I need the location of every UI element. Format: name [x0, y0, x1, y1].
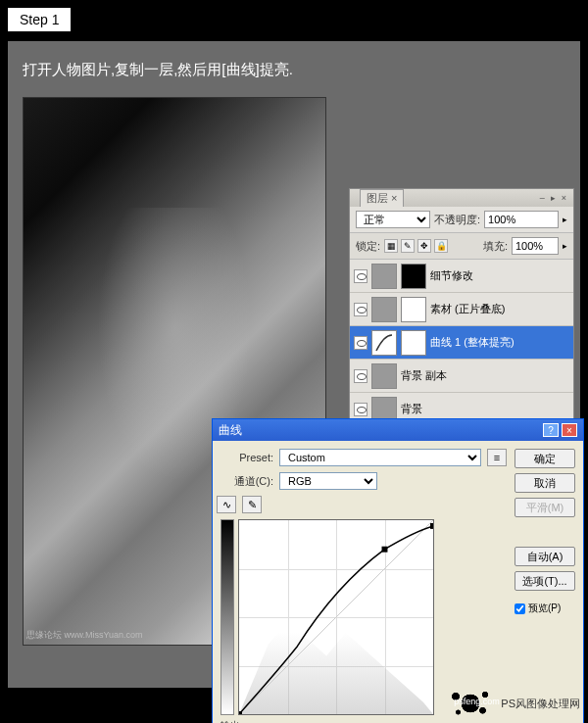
layers-panel-titlebar[interactable]: 图层 × – ▸ ×: [350, 189, 573, 207]
channel-select[interactable]: RGB: [279, 472, 377, 490]
output-label: 输出:: [220, 719, 243, 723]
layer-name[interactable]: 背景: [401, 402, 569, 416]
options-button[interactable]: 选项(T)...: [514, 571, 575, 591]
layer-name[interactable]: 曲线 1 (整体提亮): [430, 335, 569, 350]
visibility-icon[interactable]: [354, 336, 368, 350]
tutorial-area: 打开人物图片,复制一层,然后用[曲线]提亮. 思缘论坛 www.MissYuan…: [8, 41, 580, 688]
curves-dialog: 曲线 ? × Preset: Custom ≡ 通道(C): RGB ∿ ✎: [212, 418, 584, 723]
layers-tab[interactable]: 图层 ×: [360, 189, 404, 207]
visibility-icon[interactable]: [354, 369, 368, 383]
lock-position-icon[interactable]: ✥: [417, 239, 431, 253]
fill-input[interactable]: [512, 237, 559, 255]
layer-thumb[interactable]: [371, 297, 397, 322]
fill-arrow-icon[interactable]: ▸: [563, 241, 567, 251]
preset-menu-icon[interactable]: ≡: [487, 449, 507, 466]
preset-label: Preset:: [220, 452, 273, 463]
cancel-button[interactable]: 取消: [514, 473, 575, 493]
svg-rect-3: [430, 523, 433, 529]
visibility-icon[interactable]: [354, 403, 368, 416]
visibility-icon[interactable]: [354, 303, 368, 316]
photo-watermark: 思缘论坛 www.MissYuan.com: [26, 629, 143, 642]
curve-graph[interactable]: [238, 519, 434, 715]
layer-row[interactable]: 素材 (正片叠底): [350, 293, 573, 326]
visibility-icon[interactable]: [354, 269, 368, 283]
layer-mask[interactable]: [401, 297, 426, 322]
svg-rect-2: [382, 547, 388, 553]
panel-menu-icon[interactable]: ▸: [551, 193, 556, 203]
curves-adjustment-icon[interactable]: [371, 330, 397, 356]
opacity-label: 不透明度:: [434, 213, 480, 227]
auto-button[interactable]: 自动(A): [514, 547, 575, 566]
curve-line[interactable]: [239, 520, 433, 714]
svg-line-0: [239, 520, 433, 714]
layer-thumb[interactable]: [371, 363, 397, 389]
preset-select[interactable]: Custom: [279, 449, 481, 466]
layer-name[interactable]: 背景 副本: [401, 368, 569, 383]
output-gradient: [220, 519, 234, 715]
layer-row[interactable]: 细节修改: [350, 260, 573, 293]
instruction-text: 打开人物图片,复制一层,然后用[曲线]提亮.: [23, 61, 565, 79]
brand-logo-icon: psfeng.com: [446, 686, 495, 721]
lock-label: 锁定:: [356, 239, 380, 254]
preview-checkbox[interactable]: 预览(P): [514, 602, 575, 615]
curves-titlebar[interactable]: 曲线 ? ×: [213, 419, 583, 441]
curves-title: 曲线: [219, 422, 242, 439]
lock-paint-icon[interactable]: ✎: [401, 239, 415, 253]
footer-brand: psfeng.com PS风图像处理网: [446, 686, 580, 721]
panel-minimize-icon[interactable]: –: [540, 193, 545, 203]
lock-transparent-icon[interactable]: ▦: [384, 239, 398, 253]
fill-label: 填充:: [483, 239, 508, 254]
blend-mode-select[interactable]: 正常: [356, 211, 430, 228]
layer-mask[interactable]: [401, 330, 426, 356]
layer-thumb[interactable]: [371, 264, 397, 289]
close-icon[interactable]: ×: [562, 423, 577, 437]
smooth-button: 平滑(M): [514, 498, 575, 517]
opacity-input[interactable]: [484, 211, 559, 228]
curve-tool-icon[interactable]: ∿: [217, 496, 236, 513]
layer-row[interactable]: 背景 副本: [350, 360, 573, 393]
opacity-arrow-icon[interactable]: ▸: [563, 215, 567, 224]
pencil-tool-icon[interactable]: ✎: [242, 496, 262, 513]
panel-close-icon[interactable]: ×: [562, 193, 566, 203]
layer-row[interactable]: 曲线 1 (整体提亮): [350, 326, 573, 360]
layer-list: 细节修改 素材 (正片叠底) 曲线 1 (整体提亮) 背景 副本: [350, 260, 573, 426]
layer-mask[interactable]: [401, 264, 426, 289]
channel-label: 通道(C):: [220, 474, 273, 489]
step-label: Step 1: [8, 8, 71, 31]
layer-name[interactable]: 素材 (正片叠底): [430, 302, 569, 316]
ok-button[interactable]: 确定: [514, 449, 575, 468]
layers-panel: 图层 × – ▸ × 正常 不透明度: ▸ 锁定: ▦ ✎ ✥ 🔒 填充: ▸: [349, 188, 574, 427]
layer-name[interactable]: 细节修改: [430, 268, 569, 283]
help-icon[interactable]: ?: [543, 423, 559, 437]
svg-rect-1: [239, 711, 242, 714]
lock-all-icon[interactable]: 🔒: [434, 239, 448, 253]
